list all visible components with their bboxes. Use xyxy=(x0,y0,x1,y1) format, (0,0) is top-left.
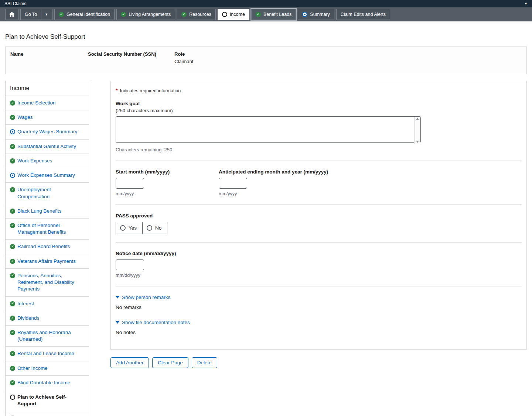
sidebar-item-quarterly-wages-summary[interactable]: Quarterly Wages Summary xyxy=(6,124,89,139)
check-circle-icon xyxy=(10,158,15,164)
required-note-text: Indicates required information xyxy=(120,88,181,93)
sidebar-item-black-lung-benefits[interactable]: Black Lung Benefits xyxy=(6,204,89,218)
sidebar-item-label: Office of Personnel Management Benefits xyxy=(17,222,84,235)
target-circle-icon xyxy=(10,173,15,178)
pass-form-panel: * Indicates required information Work go… xyxy=(110,81,527,350)
app-title: SSI Claims xyxy=(4,1,26,6)
sidebar-item-label: Royalties and Honoraria (Unearned) xyxy=(17,329,84,343)
work-goal-max-hint: (250 characters maximum) xyxy=(116,108,522,113)
ending-month-format-hint: mm/yyyy xyxy=(219,191,328,196)
tab-claim-edits-and-alerts[interactable]: Claim Edits and Alerts xyxy=(336,9,390,20)
check-circle-icon xyxy=(10,330,15,335)
sidebar-item-other-income[interactable]: Other Income xyxy=(6,361,89,375)
clear-page-button[interactable]: Clear Page xyxy=(152,357,188,368)
circle-outline-icon xyxy=(10,395,15,400)
go-to-dropdown[interactable]: Go To ▼ xyxy=(20,9,52,20)
radio-circle-icon[interactable] xyxy=(120,225,126,231)
person-remarks-empty: No remarks xyxy=(116,305,522,310)
tab-income[interactable]: Income xyxy=(218,9,249,20)
tab-living-arrangements[interactable]: Living Arrangements xyxy=(116,9,175,20)
sidebar-item-income-selection[interactable]: Income Selection xyxy=(6,96,89,110)
tab-resources[interactable]: Resources xyxy=(177,9,216,20)
sidebar-item-veterans-affairs-payments[interactable]: Veterans Affairs Payments xyxy=(6,254,89,268)
check-circle-icon xyxy=(256,12,261,17)
notice-date-input[interactable] xyxy=(116,259,144,270)
work-goal-textarea-wrap xyxy=(116,116,421,144)
delete-button[interactable]: Delete xyxy=(192,357,217,368)
sidebar-item-rental-and-lease-income[interactable]: Rental and Lease Income xyxy=(6,346,89,361)
file-documentation-empty: No notes xyxy=(116,330,522,335)
ssn-label: Social Security Number (SSN) xyxy=(88,51,174,57)
go-to-label: Go To xyxy=(25,12,37,17)
check-circle-icon xyxy=(121,12,126,17)
tab-label: Benefit Leads xyxy=(263,12,291,17)
sidebar-item-work-expenses-summary[interactable]: Work Expenses Summary xyxy=(6,168,89,182)
required-note: * Indicates required information xyxy=(116,87,522,93)
app-title-bar: SSI Claims ▼ xyxy=(0,0,532,7)
sidebar-item-work-expenses[interactable]: Work Expenses xyxy=(6,154,89,168)
sidebar-item-school-data[interactable]: School Data xyxy=(6,411,89,416)
sidebar-item-label: Blind Countable Income xyxy=(17,379,70,386)
home-icon xyxy=(9,12,15,17)
notice-date-format-hint: mm/dd/yyyy xyxy=(116,273,522,278)
start-month-label: Start month (mm/yyyy) xyxy=(116,169,219,175)
sidebar-item-office-of-personnel-management-benefits[interactable]: Office of Personnel Management Benefits xyxy=(6,218,89,239)
page-title: Plan to Achieve Self-Support xyxy=(5,33,527,41)
show-person-remarks-link[interactable]: Show person remarks xyxy=(116,295,522,300)
start-month-input[interactable] xyxy=(116,178,144,189)
sidebar-item-pensions-annuities-retirement-disability[interactable]: Pensions, Annuities, Retirement, and Dis… xyxy=(6,268,89,296)
show-file-documentation-notes-link[interactable]: Show file documentation notes xyxy=(116,320,522,325)
add-another-button[interactable]: Add Another xyxy=(110,357,149,368)
sidebar-item-railroad-board-benefits[interactable]: Railroad Board Benefits xyxy=(6,239,89,254)
chevron-down-icon xyxy=(116,296,119,299)
target-circle-icon xyxy=(10,129,15,134)
sidebar-item-label: Veterans Affairs Payments xyxy=(17,258,76,265)
divider xyxy=(116,286,522,286)
scroll-up-icon[interactable] xyxy=(416,118,419,120)
topbar-caret-down-icon[interactable]: ▼ xyxy=(524,2,528,6)
pass-approved-yes-option[interactable]: Yes xyxy=(116,222,142,234)
divider xyxy=(116,204,522,205)
sidebar-item-dividends[interactable]: Dividends xyxy=(6,311,89,325)
sidebar-item-blind-countable-income[interactable]: Blind Countable Income xyxy=(6,375,89,390)
sidebar-item-interest[interactable]: Interest xyxy=(6,296,89,311)
check-circle-icon xyxy=(10,115,15,120)
tab-label: Resources xyxy=(189,12,211,17)
sidebar-item-wages[interactable]: Wages xyxy=(6,110,89,124)
sidebar-item-plan-to-achieve-self-support[interactable]: Plan to Achieve Self-Support xyxy=(6,390,89,411)
radio-circle-icon[interactable] xyxy=(147,225,152,231)
role-label: Role xyxy=(174,51,193,57)
sidebar-item-label: Other Income xyxy=(17,365,48,372)
toggle-link-label: Show file documentation notes xyxy=(122,320,190,325)
sidebar-item-substantial-gainful-activity[interactable]: Substantial Gainful Activity xyxy=(6,139,89,154)
claimant-summary-box: Name Social Security Number (SSN) Role C… xyxy=(5,47,527,74)
notice-date-label: Notice date (mm/dd/yyyy) xyxy=(116,251,522,256)
home-button[interactable] xyxy=(5,9,18,20)
check-circle-icon xyxy=(59,12,64,17)
sidebar-item-royalties-and-honoraria[interactable]: Royalties and Honoraria (Unearned) xyxy=(6,325,89,346)
circle-outline-icon xyxy=(222,12,227,17)
sidebar-item-unemployment-compensation[interactable]: Unemployment Compensation xyxy=(6,182,89,203)
check-circle-icon xyxy=(10,244,15,249)
pass-approved-no-option[interactable]: No xyxy=(142,222,167,234)
tab-summary[interactable]: Summary xyxy=(298,9,334,20)
tab-label: Summary xyxy=(310,12,330,17)
tab-general-identification[interactable]: General Identification xyxy=(54,9,115,20)
main-nav: Go To ▼ General Identification Living Ar… xyxy=(0,7,532,21)
sidebar-title: Income xyxy=(6,81,89,96)
tab-benefit-leads[interactable]: Benefit Leads xyxy=(251,9,296,20)
income-sidebar: Income Income Selection Wages Quarterly … xyxy=(5,81,89,416)
tab-label: General Identification xyxy=(66,12,110,17)
divider xyxy=(116,161,522,161)
check-circle-icon xyxy=(10,144,15,149)
pass-approved-label: PASS approved xyxy=(116,213,522,219)
ending-month-input[interactable] xyxy=(219,178,247,189)
textarea-scrollbar[interactable] xyxy=(414,117,420,144)
caret-down-icon: ▼ xyxy=(41,9,48,20)
work-goal-textarea[interactable] xyxy=(116,116,421,143)
scroll-down-icon[interactable] xyxy=(416,141,419,143)
check-circle-icon xyxy=(10,259,15,264)
tab-label: Living Arrangements xyxy=(129,12,171,17)
sidebar-item-label: Work Expenses Summary xyxy=(17,172,75,179)
sidebar-item-label: Railroad Board Benefits xyxy=(17,243,70,250)
